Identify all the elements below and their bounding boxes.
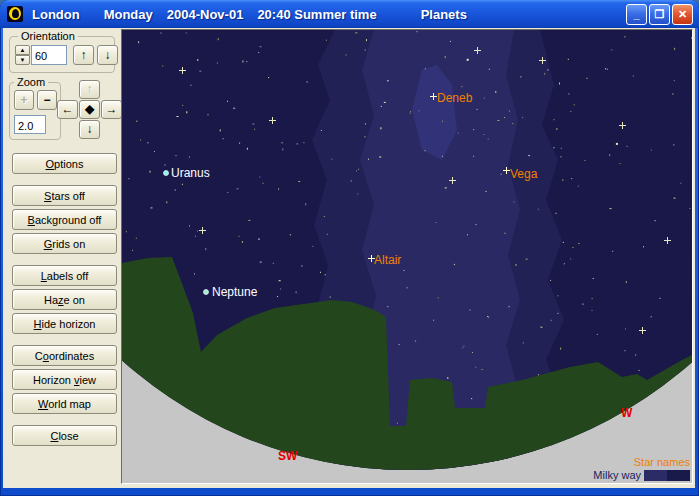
zoom-label: Zoom [14, 76, 48, 88]
haze-on-button[interactable]: Haze on [12, 289, 117, 310]
maximize-button[interactable]: ❐ [649, 4, 670, 25]
pan-center-button[interactable]: ◆ [79, 100, 100, 119]
title-view: Planets [421, 7, 467, 22]
horizon-view-button[interactable]: Horizon view [12, 369, 117, 390]
title-location: London [32, 7, 80, 22]
orientation-input[interactable] [31, 45, 67, 65]
orientation-label: Orientation [18, 30, 78, 42]
app-window: London Monday 2004-Nov-01 20:40 Summer t… [0, 0, 699, 496]
title-bar[interactable]: London Monday 2004-Nov-01 20:40 Summer t… [0, 0, 699, 28]
zoom-in-button[interactable]: + [14, 90, 34, 110]
hide-horizon-button[interactable]: Hide horizon [12, 313, 117, 334]
sky-label-vega: Vega [510, 167, 538, 181]
close-window-button[interactable]: ✕ [672, 4, 693, 25]
close-button[interactable]: Close [12, 425, 117, 446]
minimize-button[interactable]: _ [626, 4, 647, 25]
zoom-out-button[interactable]: − [37, 90, 57, 110]
orientation-up-button[interactable]: ↑ [73, 45, 94, 65]
neptune-marker-icon [204, 290, 209, 295]
spinner-up-icon[interactable]: ▲ [15, 45, 30, 55]
title-date: 2004-Nov-01 [167, 7, 244, 22]
pan-down-button[interactable]: ↓ [79, 120, 100, 139]
sky-chart: SWWDenebVegaAltairUranusNeptune [122, 30, 692, 483]
orientation-down-button[interactable]: ↓ [97, 45, 118, 65]
orientation-spinner: ▲ ▼ [15, 45, 30, 65]
window-content: Orientation ▲ ▼ ↑ ↓ Zoom + − ↑ ← ◆ → [3, 28, 695, 488]
sky-label-neptune: Neptune [212, 285, 258, 299]
coordinates-button[interactable]: Coordinates [12, 345, 117, 366]
labels-off-button[interactable]: Labels off [12, 265, 117, 286]
pan-right-button[interactable]: → [101, 100, 122, 119]
sky-label-altair: Altair [374, 253, 401, 267]
app-icon-crescent [12, 9, 19, 18]
legend-star-names: Star names [593, 456, 690, 469]
app-icon [7, 6, 23, 22]
sky-label-deneb: Deneb [437, 91, 473, 105]
zoom-input[interactable] [14, 115, 46, 134]
background-off-button[interactable]: Background off [12, 209, 117, 230]
window-controls: _ ❐ ✕ [626, 4, 693, 25]
milky-way-swatch [644, 470, 690, 481]
sky-label-uranus: Uranus [171, 166, 210, 180]
zoom-group: Zoom + − [9, 82, 61, 140]
title-time: 20:40 Summer time [257, 7, 376, 22]
grids-on-button[interactable]: Grids on [12, 233, 117, 254]
pan-up-button[interactable]: ↑ [79, 80, 100, 99]
legend-milky-way: Milky way [593, 469, 641, 482]
uranus-marker-icon [164, 171, 169, 176]
compass-label-sw: SW [278, 449, 298, 463]
options-button[interactable]: Options [12, 153, 117, 174]
stars-off-button[interactable]: Stars off [12, 185, 117, 206]
orientation-group: Orientation ▲ ▼ ↑ ↓ [9, 36, 115, 73]
spinner-down-icon[interactable]: ▼ [15, 55, 30, 65]
sky-legend: Star names Milky way [593, 456, 690, 482]
control-sidebar: Orientation ▲ ▼ ↑ ↓ Zoom + − ↑ ← ◆ → [3, 28, 121, 488]
world-map-button[interactable]: World map [12, 393, 117, 414]
sky-viewport[interactable]: SWWDenebVegaAltairUranusNeptune Star nam… [121, 29, 693, 484]
compass-label-w: W [621, 406, 633, 420]
pan-left-button[interactable]: ← [57, 100, 78, 119]
title-day: Monday [104, 7, 153, 22]
